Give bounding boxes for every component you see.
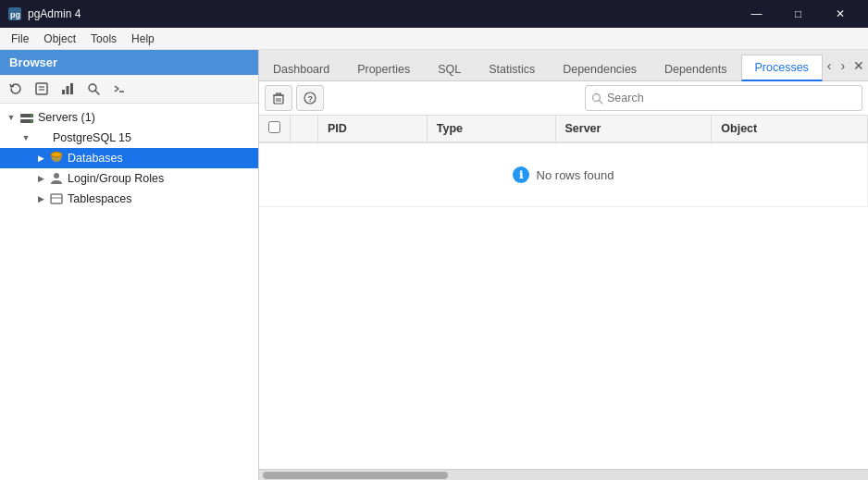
- refresh-button[interactable]: [4, 78, 28, 100]
- title-bar-controls: — □ ✕: [736, 0, 861, 28]
- roles-label: Login/Group Roles: [68, 172, 164, 185]
- tab-properties[interactable]: Properties: [343, 56, 424, 81]
- main-layout: Browser: [0, 50, 868, 480]
- sidebar-header: Browser: [0, 50, 258, 75]
- col-pid: PID: [318, 116, 428, 142]
- sidebar: Browser: [0, 50, 259, 480]
- svg-text:?: ?: [308, 94, 314, 104]
- menu-tools[interactable]: Tools: [83, 31, 124, 47]
- processes-table: PID Type Server Object ℹ No: [259, 116, 868, 207]
- databases-label: Databases: [68, 152, 123, 165]
- svg-rect-2: [36, 83, 47, 94]
- terminal-icon: [113, 82, 126, 95]
- search-box[interactable]: [585, 85, 862, 111]
- chevron-icon: ▶: [33, 194, 48, 203]
- col-checkbox: [259, 116, 291, 142]
- delete-icon: [272, 92, 285, 105]
- tree-area: ▼ Servers (1) ▼ PG: [0, 104, 258, 480]
- processes-toolbar: ?: [259, 81, 868, 116]
- col-object: Object: [712, 116, 868, 142]
- svg-point-13: [31, 115, 32, 117]
- servers-label: Servers (1): [38, 111, 95, 124]
- svg-rect-7: [70, 83, 73, 94]
- no-rows-message: ℹ No rows found: [268, 148, 858, 202]
- no-rows-text: No rows found: [537, 168, 614, 182]
- properties-button[interactable]: [30, 78, 54, 100]
- title-bar-left: pg pgAdmin 4: [7, 6, 81, 21]
- tree-item-databases[interactable]: ▶ Databases: [0, 148, 258, 168]
- search-icon: [591, 92, 603, 105]
- svg-point-14: [31, 120, 32, 122]
- tree-item-tablespaces[interactable]: ▶ Tablespaces: [0, 189, 258, 209]
- tab-dashboard[interactable]: Dashboard: [259, 56, 343, 81]
- app-icon: pg: [7, 6, 22, 21]
- menu-object[interactable]: Object: [36, 31, 83, 47]
- statistics-button[interactable]: [56, 78, 80, 100]
- title-bar: pg pgAdmin 4 — □ ✕: [0, 0, 868, 28]
- select-all-checkbox[interactable]: [268, 121, 280, 133]
- tablespace-icon: [48, 191, 65, 207]
- tab-nav-next[interactable]: ›: [837, 53, 848, 79]
- svg-rect-5: [62, 90, 65, 94]
- svg-rect-20: [51, 194, 62, 203]
- svg-line-33: [600, 100, 603, 104]
- help-button[interactable]: ?: [296, 85, 324, 111]
- minimize-button[interactable]: —: [736, 0, 777, 28]
- svg-rect-6: [67, 86, 69, 94]
- postgres-icon: PG: [33, 129, 50, 146]
- postgres-label: PostgreSQL 15: [53, 131, 131, 144]
- svg-text:pg: pg: [10, 10, 20, 19]
- tab-statistics[interactable]: Statistics: [475, 56, 549, 81]
- menu-file[interactable]: File: [4, 31, 36, 47]
- chevron-icon: ▼: [4, 113, 19, 122]
- chevron-icon: ▶: [33, 174, 48, 183]
- col-action: [291, 116, 318, 142]
- tabs-bar: Dashboard Properties SQL Statistics Depe…: [259, 50, 868, 81]
- tree-item-roles[interactable]: ▶ Login/Group Roles: [0, 168, 258, 189]
- app-title: pgAdmin 4: [28, 7, 81, 20]
- maximize-button[interactable]: □: [777, 0, 819, 28]
- statistics-icon: [61, 82, 74, 95]
- help-icon: ?: [304, 92, 316, 105]
- svg-point-19: [54, 173, 59, 178]
- table-area: PID Type Server Object ℹ No: [259, 116, 868, 469]
- svg-line-9: [95, 91, 99, 94]
- tree-item-servers[interactable]: ▼ Servers (1): [0, 107, 258, 128]
- tree-item-postgres[interactable]: ▼ PG PostgreSQL 15: [0, 128, 258, 148]
- chevron-icon: ▼: [19, 133, 33, 142]
- tab-dependents[interactable]: Dependents: [651, 56, 740, 81]
- terminal-button[interactable]: [107, 78, 131, 100]
- properties-icon: [35, 82, 48, 95]
- delete-process-button[interactable]: [265, 85, 292, 111]
- search-sidebar-icon: [87, 82, 100, 95]
- roles-icon: [48, 170, 65, 187]
- menu-help[interactable]: Help: [124, 31, 162, 47]
- col-server: Server: [555, 116, 712, 142]
- info-icon: ℹ: [513, 166, 529, 183]
- tablespaces-label: Tablespaces: [68, 192, 132, 205]
- sidebar-title: Browser: [9, 55, 57, 69]
- tab-sql[interactable]: SQL: [424, 56, 475, 81]
- svg-text:PG: PG: [37, 136, 47, 142]
- tab-processes[interactable]: Processes: [741, 55, 823, 81]
- horizontal-scrollbar[interactable]: [259, 469, 868, 480]
- content-area: Dashboard Properties SQL Statistics Depe…: [259, 50, 868, 480]
- menu-bar: File Object Tools Help: [0, 28, 868, 50]
- sidebar-toolbar: [0, 75, 258, 104]
- close-button[interactable]: ✕: [819, 0, 861, 28]
- server-icon: [19, 109, 35, 126]
- chevron-icon: ▶: [33, 154, 48, 163]
- refresh-icon: [9, 82, 22, 95]
- tab-dependencies[interactable]: Dependencies: [549, 56, 651, 81]
- scroll-thumb[interactable]: [263, 472, 448, 479]
- search-button[interactable]: [81, 78, 105, 100]
- search-input[interactable]: [607, 92, 856, 105]
- col-type: Type: [427, 116, 555, 142]
- tab-close-button[interactable]: ✕: [853, 55, 864, 77]
- database-icon: [48, 150, 65, 166]
- tab-nav-prev[interactable]: ‹: [825, 53, 835, 79]
